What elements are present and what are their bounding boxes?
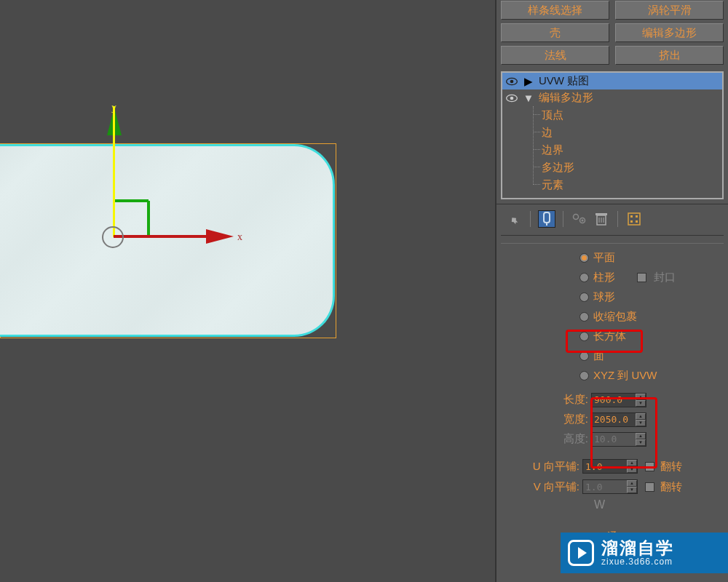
modifier-turbosmooth-button[interactable]: 涡轮平滑 — [615, 1, 724, 20]
pin-stack-icon[interactable] — [505, 210, 523, 228]
subobject-border[interactable]: 边界 — [542, 141, 722, 159]
toolbar-divider — [563, 211, 563, 227]
axis-plane-edge-top — [115, 199, 149, 202]
axis-x-label: x — [237, 231, 242, 243]
radio-on-icon — [579, 253, 589, 263]
radio-face[interactable]: 面 — [579, 346, 724, 366]
svg-rect-16 — [636, 215, 638, 218]
axis-y-line[interactable] — [113, 106, 115, 237]
v-flip-checkbox[interactable] — [645, 482, 654, 492]
spinner-down-icon[interactable]: ▼ — [636, 420, 646, 426]
height-input — [592, 433, 636, 446]
subobject-vertex[interactable]: 顶点 — [542, 106, 722, 124]
width-input[interactable] — [592, 413, 636, 426]
length-spinner[interactable]: ▲▼ — [591, 393, 646, 407]
radio-planar[interactable]: 平面 — [579, 248, 724, 268]
length-row: 长度: ▲▼ — [553, 390, 724, 410]
spinner-down-icon: ▼ — [627, 487, 637, 493]
toolbar-divider — [617, 211, 618, 227]
visibility-toggle-icon[interactable] — [505, 94, 518, 103]
collapse-icon[interactable]: ▼ — [523, 92, 534, 104]
modifier-editpoly-button[interactable]: 编辑多边形 — [615, 23, 724, 42]
toolbar-divider — [530, 211, 531, 227]
length-input[interactable] — [592, 394, 636, 407]
radio-off-icon — [579, 273, 589, 282]
radio-box[interactable]: 长方体 — [579, 327, 724, 346]
svg-rect-17 — [630, 220, 633, 223]
width-row: 宽度: ▲▼ — [553, 410, 724, 429]
stack-item-label: 编辑多边形 — [539, 91, 593, 105]
length-label: 长度: — [553, 393, 588, 407]
spinner-down-icon[interactable]: ▼ — [627, 466, 637, 473]
svg-rect-13 — [596, 213, 607, 215]
visibility-toggle-icon[interactable] — [505, 77, 518, 86]
svg-point-1 — [510, 79, 514, 83]
svg-rect-4 — [544, 212, 550, 223]
height-spinner: ▲▼ — [591, 432, 646, 447]
spinner-up-icon[interactable]: ▲ — [636, 394, 646, 400]
u-flip-checkbox[interactable] — [645, 462, 654, 471]
mesh-object[interactable] — [0, 144, 335, 337]
watermark-url: zixue.3d66.com — [601, 557, 674, 567]
stack-subobjects: 顶点 边 边界 多边形 元素 — [502, 106, 722, 194]
v-tile-input — [583, 480, 627, 493]
configure-modifier-sets-icon[interactable] — [625, 210, 643, 228]
radio-shrinkwrap[interactable]: 收缩包裹 — [579, 307, 724, 327]
w-tile-label: W — [523, 498, 724, 511]
svg-rect-15 — [630, 215, 633, 218]
stack-item-label: UVW 贴图 — [539, 74, 589, 88]
spinner-up-icon[interactable]: ▲ — [636, 413, 646, 420]
subobject-polygon[interactable]: 多边形 — [542, 159, 722, 176]
radio-label: 球形 — [593, 290, 615, 304]
radio-label: 长方体 — [593, 330, 626, 343]
play-icon — [568, 540, 594, 566]
svg-point-3 — [510, 96, 514, 100]
axis-x-arrowhead — [206, 229, 234, 244]
width-label: 宽度: — [553, 412, 588, 426]
modifier-extrude-button[interactable]: 挤出 — [615, 46, 724, 65]
u-tile-label: U 向平铺: — [523, 460, 579, 474]
spinner-down-icon[interactable]: ▼ — [636, 400, 646, 407]
spinner-down-icon: ▼ — [636, 439, 646, 446]
modifier-normal-button[interactable]: 法线 — [501, 46, 609, 65]
radio-off-icon — [579, 312, 589, 322]
modifier-buttons-group: 样条线选择 涡轮平滑 壳 编辑多边形 法线 挤出 — [496, 0, 728, 71]
cap-checkbox[interactable] — [637, 273, 646, 282]
axis-x-line[interactable] — [114, 235, 210, 238]
radio-label: XYZ 到 UVW — [593, 369, 657, 383]
spinner-up-icon: ▲ — [636, 433, 646, 439]
rollout-header[interactable] — [501, 235, 724, 244]
radio-label: 面 — [593, 349, 604, 363]
radio-cylindrical[interactable]: 柱形封口 — [579, 268, 724, 287]
spinner-up-icon: ▲ — [627, 480, 637, 487]
axis-plane-edge-right — [147, 201, 150, 237]
gizmo-origin[interactable] — [102, 226, 124, 248]
viewport-3d[interactable]: y x — [0, 0, 494, 582]
spinner-up-icon[interactable]: ▲ — [627, 460, 637, 466]
radio-xyz-to-uvw[interactable]: XYZ 到 UVW — [579, 366, 724, 386]
svg-point-6 — [574, 215, 579, 220]
width-spinner[interactable]: ▲▼ — [591, 412, 646, 427]
stack-item-edit-poly[interactable]: ▼ 编辑多边形 — [502, 89, 722, 106]
remove-modifier-icon[interactable] — [593, 210, 610, 228]
modifier-spline-select-button[interactable]: 样条线选择 — [501, 1, 609, 20]
radio-off-icon — [579, 351, 589, 361]
modifier-stack[interactable]: ▶ UVW 贴图 ▼ 编辑多边形 顶点 边 边界 多边形 元素 — [501, 71, 724, 199]
u-tile-spinner[interactable]: ▲▼ — [582, 459, 638, 474]
modifier-shell-button[interactable]: 壳 — [501, 23, 609, 42]
expand-icon[interactable]: ▶ — [523, 75, 534, 88]
radio-label: 平面 — [593, 251, 615, 265]
subobject-element[interactable]: 元素 — [542, 176, 722, 194]
radio-label: 柱形 — [593, 271, 615, 284]
show-end-result-icon[interactable] — [538, 210, 555, 228]
stack-item-uvw-map[interactable]: ▶ UVW 贴图 — [502, 73, 722, 89]
make-unique-icon[interactable] — [571, 210, 588, 228]
stack-toolbar — [496, 204, 728, 234]
watermark-title: 溜溜自学 — [601, 539, 674, 557]
parameters-rollout: 平面 柱形封口 球形 收缩包裹 长方体 面 XYZ 到 UVW 长度: ▲▼ 宽… — [496, 234, 728, 543]
subobject-edge[interactable]: 边 — [542, 124, 722, 141]
svg-rect-14 — [628, 213, 640, 225]
u-tile-input[interactable] — [583, 460, 627, 473]
radio-spherical[interactable]: 球形 — [579, 287, 724, 307]
dimensions-group: 长度: ▲▼ 宽度: ▲▼ 高度: ▲▼ — [501, 390, 724, 449]
